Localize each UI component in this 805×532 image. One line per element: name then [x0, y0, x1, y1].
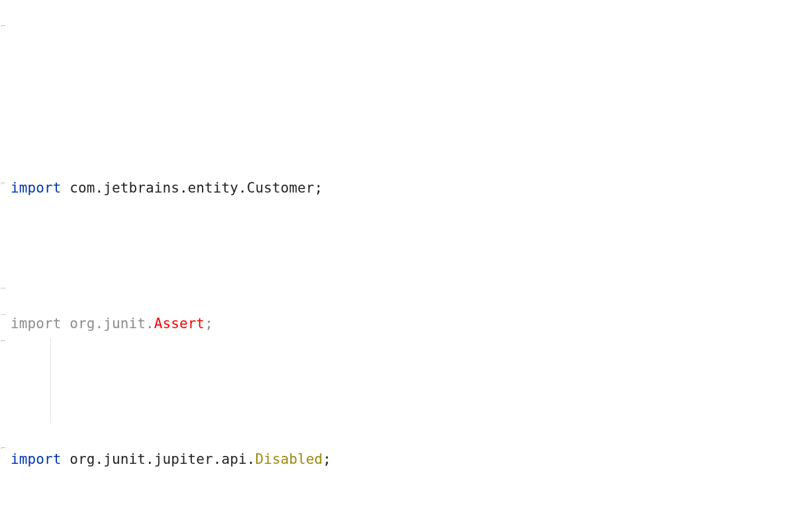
- import-path: org.junit.jupiter.api.: [70, 451, 255, 467]
- semicolon: ;: [323, 451, 332, 467]
- keyword-import: import: [11, 180, 61, 196]
- code-editor[interactable]: ⌐ ⌐ — — ⌐ ⌐ import com.jetbrains.entity.…: [0, 0, 805, 532]
- import-class: Disabled: [256, 451, 323, 467]
- code-line[interactable]: import com.jetbrains.entity.Customer;: [0, 175, 805, 202]
- import-path: com.jetbrains.entity.Customer: [70, 180, 314, 196]
- import-path-unused: org.junit.: [70, 316, 154, 332]
- code-line[interactable]: import org.junit.jupiter.api.Disabled;: [0, 446, 805, 473]
- fold-marker-icon: ⌐: [1, 21, 6, 30]
- semicolon: ;: [205, 316, 213, 332]
- semicolon: ;: [314, 180, 323, 196]
- fold-marker-icon: —: [1, 283, 6, 292]
- fold-marker-icon: ⌐: [1, 336, 6, 345]
- import-class-deprecated: Assert: [154, 316, 205, 332]
- scope-guide: [50, 337, 51, 423]
- code-line[interactable]: import org.junit.Assert;: [0, 310, 805, 337]
- keyword-import: import: [11, 451, 61, 467]
- keyword-import-unused: import: [11, 316, 61, 332]
